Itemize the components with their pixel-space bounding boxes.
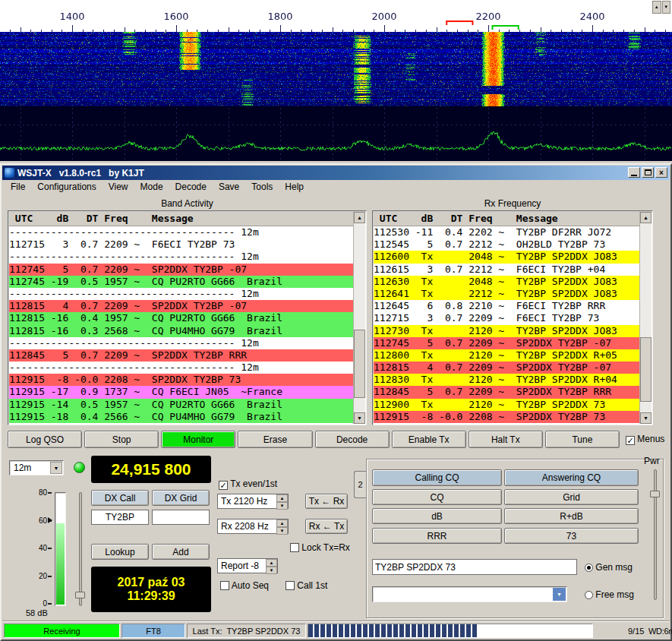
maximize-button[interactable]	[642, 167, 654, 178]
menu-save[interactable]: Save	[213, 180, 245, 194]
decode-row[interactable]: 112641 Tx 2212 ~ TY2BP SP2DDX JO83	[374, 288, 639, 300]
scroll-thumb[interactable]	[354, 330, 365, 398]
decode-row[interactable]: 112645 6 0.8 2210 ~ F6ECI TY2BP RRR	[374, 300, 639, 312]
decode-row[interactable]: 112915 -17 0.9 1737 ~ CQ F6ECI JN05 ~Fra…	[9, 386, 353, 398]
rx-frequency-scrollbar[interactable]: ▲ ▼	[639, 212, 651, 424]
decode-row[interactable]: 112915 -18 0.4 2566 ~ CQ PU4MHO GG79 Bra…	[9, 411, 353, 423]
menu-mode[interactable]: Mode	[134, 180, 169, 194]
menus-checkbox[interactable]	[626, 436, 635, 445]
r-db-message-button[interactable]: R+dB	[504, 508, 639, 524]
scroll-down-icon[interactable]: ▼	[640, 412, 651, 424]
tx-even-toggle[interactable]: Tx even/1st	[219, 478, 277, 490]
report-spinner[interactable]: Report -8 ▲▼	[217, 558, 278, 573]
gain-slider[interactable]	[75, 492, 86, 606]
decode-row[interactable]: 112845 5 0.7 2209 ~ SP2DDX TY2BP RRR	[374, 386, 639, 398]
rx-frequency-spinner[interactable]: Rx 2208 Hz ▲▼	[217, 519, 289, 534]
grid-message-button[interactable]: Grid	[504, 489, 639, 505]
decode-row[interactable]: 112545 5 0.7 2212 ~ OH2BLD TY2BP 73	[374, 238, 639, 251]
decode-row[interactable]: 112730 Tx 2120 ~ TY2BP SP2DDX JO83	[374, 325, 639, 337]
close-button[interactable]: ×	[655, 167, 667, 178]
free-msg-option[interactable]: Free msg	[585, 589, 634, 600]
tune-button[interactable]: Tune	[545, 431, 620, 448]
dx-call-input[interactable]	[91, 510, 149, 525]
free-msg-combo[interactable]: ▼	[372, 586, 567, 602]
decode-row[interactable]: 112715 3 0.7 2209 ~ F6ECI TY2BP 73	[374, 312, 639, 324]
decode-row[interactable]: 112815 -16 0.4 1957 ~ CQ PU2RTO GG66 Bra…	[9, 312, 353, 324]
menu-decode[interactable]: Decode	[169, 180, 213, 194]
decode-row[interactable]: 112915 -14 0.5 1957 ~ CQ PU2RTO GG66 Bra…	[9, 399, 353, 411]
call-1st-checkbox[interactable]	[286, 581, 295, 590]
decode-row[interactable]: 112900 Tx 2120 ~ TY2BP SP2DDX 73	[374, 399, 639, 411]
waterfall-display[interactable]	[0, 0, 672, 161]
free-msg-radio[interactable]	[585, 591, 593, 599]
gen-msg-radio[interactable]	[585, 564, 593, 572]
decode-row[interactable]: 112745 -19 0.5 1957 ~ CQ PU2RTO GG66 Bra…	[9, 276, 353, 288]
menu-configurations[interactable]: Configurations	[31, 180, 102, 194]
pwr-slider[interactable]	[650, 469, 661, 600]
decode-row[interactable]: 112830 Tx 2120 ~ TY2BP SP2DDX R+04	[374, 374, 639, 386]
decode-row[interactable]: 112615 3 0.7 2212 ~ F6ECI TY2BP +04	[374, 264, 639, 276]
call-1st-toggle[interactable]: Call 1st	[286, 580, 327, 591]
spin-down-icon[interactable]: ▼	[266, 567, 277, 574]
gen-msg-input[interactable]	[372, 559, 577, 575]
lock-txrx-toggle[interactable]: Lock Tx=Rx	[290, 542, 350, 553]
decode-row[interactable]: 112600 Tx 2048 ~ TY2BP SP2DDX JO83	[374, 251, 639, 263]
monitor-button[interactable]: Monitor	[161, 431, 235, 448]
tx-from-rx-button[interactable]: Tx ← Rx	[305, 494, 348, 509]
decode-row[interactable]: 112815 -16 0.3 2568 ~ CQ PU4MHO GG79 Bra…	[9, 325, 353, 337]
rrr-message-button[interactable]: RRR	[372, 528, 502, 544]
spin-up-icon[interactable]: ▲	[276, 494, 288, 502]
menus-toggle[interactable]: Menus	[626, 434, 664, 445]
spin-down-icon[interactable]: ▼	[276, 527, 288, 535]
dx-grid-button[interactable]: DX Grid	[152, 490, 210, 506]
scroll-down-icon[interactable]: ▼	[662, 1, 671, 14]
spin-down-icon[interactable]: ▼	[276, 502, 288, 510]
decode-button[interactable]: Decode	[315, 431, 390, 448]
scroll-up-icon[interactable]: ▲	[354, 212, 365, 223]
chevron-down-icon[interactable]: ▼	[553, 588, 566, 601]
decode-row[interactable]: 112800 Tx 2120 ~ TY2BP SP2DDX R+05	[374, 349, 639, 362]
scroll-up-icon[interactable]: ▲	[640, 212, 651, 223]
decode-row[interactable]: 112530 -11 0.4 2202 ~ TY2BP DF2RR JO72	[374, 226, 639, 238]
decode-row[interactable]: 112715 3 0.7 2209 ~ F6ECI TY2BP 73	[9, 238, 353, 251]
decode-row[interactable]: 112915 -8 -0.0 2208 ~ SP2DDX TY2BP 73	[374, 411, 639, 423]
tx-frequency-spinner[interactable]: Tx 2120 Hz ▲▼	[217, 494, 289, 509]
scroll-up-icon[interactable]: ▲	[652, 1, 661, 14]
decode-row[interactable]: 112815 4 0.7 2209 ~ SP2DDX TY2BP -07	[374, 362, 639, 374]
calling-cq-header[interactable]: Calling CQ	[372, 469, 502, 486]
scroll-thumb[interactable]	[640, 337, 651, 402]
tab-2[interactable]: 2	[354, 471, 366, 498]
auto-seq-toggle[interactable]: Auto Seq	[220, 580, 269, 591]
band-select[interactable]: 12m ▼	[9, 460, 64, 475]
decode-row[interactable]: 112915 -8 -0.0 2208 ~ SP2DDX TY2BP 73	[9, 374, 353, 386]
cq-message-button[interactable]: CQ	[372, 489, 502, 505]
dx-grid-input[interactable]	[152, 510, 210, 525]
slider-thumb[interactable]	[75, 592, 85, 598]
menu-tools[interactable]: Tools	[245, 180, 279, 194]
decode-row[interactable]: 112745 5 0.7 2209 ~ SP2DDX TY2BP -07	[9, 264, 353, 276]
decode-row[interactable]: 112630 Tx 2048 ~ TY2BP SP2DDX JO83	[374, 276, 639, 288]
menu-view[interactable]: View	[103, 180, 134, 194]
add-button[interactable]: Add	[152, 544, 210, 560]
menu-file[interactable]: File	[5, 180, 31, 194]
rx-from-tx-button[interactable]: Rx ← Tx	[305, 519, 348, 534]
decode-row[interactable]: 112745 5 0.7 2209 ~ SP2DDX TY2BP -07	[374, 337, 639, 349]
spin-up-icon[interactable]: ▲	[266, 559, 277, 567]
slider-thumb[interactable]	[650, 491, 660, 497]
dx-call-button[interactable]: DX Call	[91, 490, 149, 506]
tx-even-checkbox[interactable]	[219, 481, 228, 490]
lock-txrx-checkbox[interactable]	[290, 543, 299, 552]
decode-row[interactable]: 112815 4 0.7 2209 ~ SP2DDX TY2BP -07	[9, 300, 353, 312]
gen-msg-option[interactable]: Gen msg	[585, 562, 633, 573]
spin-up-icon[interactable]: ▲	[276, 519, 288, 527]
log-qso-button[interactable]: Log QSO	[8, 431, 82, 448]
band-activity-scrollbar[interactable]: ▲ ▼	[353, 212, 365, 424]
waterfall-scrollbar[interactable]: ▲ ▼	[652, 1, 670, 14]
73-message-button[interactable]: 73	[504, 528, 639, 544]
scroll-down-icon[interactable]: ▼	[354, 412, 365, 424]
lookup-button[interactable]: Lookup	[91, 544, 149, 560]
stop-button[interactable]: Stop	[84, 431, 159, 448]
erase-button[interactable]: Erase	[238, 431, 312, 448]
chevron-down-icon[interactable]: ▼	[50, 462, 62, 474]
minimize-button[interactable]	[628, 167, 640, 178]
